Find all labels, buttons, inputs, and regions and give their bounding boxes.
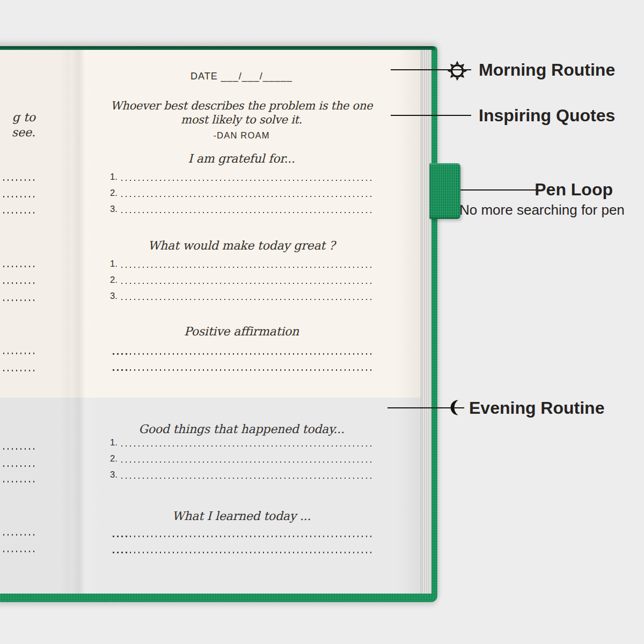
- morning-leader-line: [391, 69, 471, 70]
- feature-callouts: Morning Routine Inspiring Quotes Pen Loo…: [0, 0, 644, 644]
- inspiring-quotes-label: Inspiring Quotes: [479, 106, 615, 125]
- pen-loop-label: Pen Loop: [506, 180, 613, 199]
- morning-routine-label: Morning Routine: [479, 60, 615, 79]
- inspiring-leader-line: [391, 115, 471, 116]
- pen-loop-sublabel: No more searching for pen: [459, 202, 613, 218]
- evening-leader-line: [387, 407, 464, 408]
- product-photo: g to see. DATE ___/___/_____: [0, 0, 644, 644]
- evening-routine-label: Evening Routine: [469, 398, 604, 418]
